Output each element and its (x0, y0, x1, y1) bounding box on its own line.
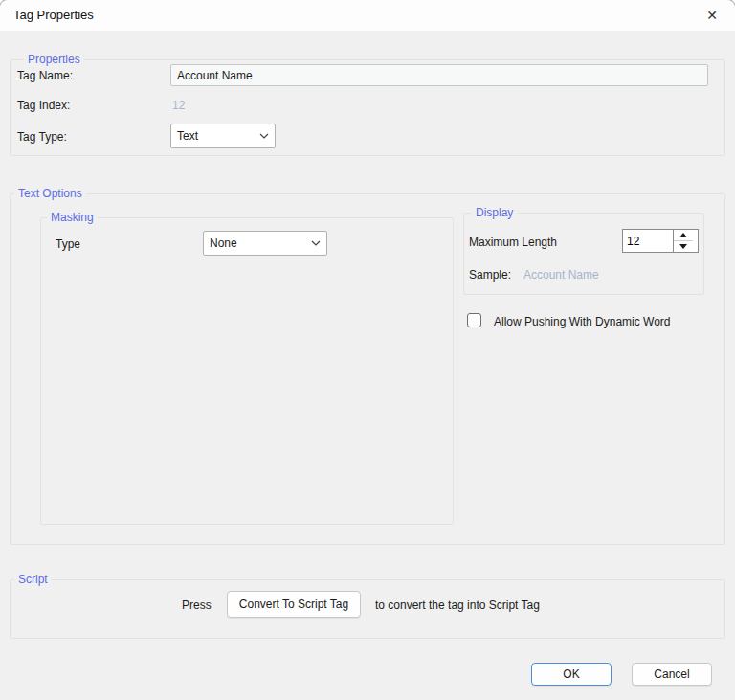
cancel-button[interactable]: Cancel (632, 663, 712, 686)
tag-properties-dialog: Tag Properties ✕ Properties Tag Name: Ta… (0, 0, 735, 700)
masking-group: Masking (40, 217, 454, 525)
tag-name-label: Tag Name: (17, 69, 73, 82)
convert-to-script-tag-button[interactable]: Convert To Script Tag (227, 591, 361, 618)
spin-buttons (673, 230, 693, 252)
script-group-label: Script (14, 573, 52, 586)
display-group: Display (463, 213, 704, 295)
tag-type-label: Tag Type: (17, 130, 67, 144)
ok-button[interactable]: OK (531, 663, 612, 686)
masking-type-label: Type (56, 237, 80, 251)
chevron-down-icon (259, 131, 269, 141)
maximum-length-spinner[interactable] (622, 229, 699, 253)
triangle-down-icon (679, 244, 687, 249)
sample-label: Sample: (469, 268, 511, 282)
sample-value: Account Name (523, 268, 599, 282)
convert-suffix-label: to convert the tag into Script Tag (375, 598, 540, 612)
title-bar: Tag Properties ✕ (0, 0, 735, 31)
press-label: Press (182, 598, 212, 612)
tag-index-label: Tag Index: (17, 99, 70, 112)
chevron-down-icon (311, 238, 321, 248)
tag-name-input[interactable] (170, 64, 708, 86)
maximum-length-label: Maximum Length (469, 236, 557, 249)
allow-pushing-label: Allow Pushing With Dynamic Word (494, 315, 671, 328)
text-options-group-label: Text Options (14, 187, 86, 200)
masking-type-selected-value: None (210, 237, 311, 250)
allow-pushing-checkbox[interactable] (467, 313, 481, 327)
display-group-label: Display (472, 206, 517, 219)
masking-type-dropdown[interactable]: None (203, 231, 327, 256)
dialog-title: Tag Properties (13, 0, 94, 31)
spin-down-button[interactable] (674, 240, 693, 252)
properties-group-label: Properties (24, 53, 84, 66)
tag-index-value: 12 (172, 99, 185, 112)
tag-type-dropdown[interactable]: Text (170, 124, 276, 148)
masking-group-label: Masking (47, 211, 98, 224)
maximum-length-input[interactable] (623, 230, 673, 252)
spin-up-button[interactable] (674, 230, 693, 240)
tag-type-selected-value: Text (177, 129, 259, 143)
close-icon[interactable]: ✕ (695, 2, 729, 29)
script-group: Script (10, 579, 725, 639)
triangle-up-icon (679, 233, 687, 237)
